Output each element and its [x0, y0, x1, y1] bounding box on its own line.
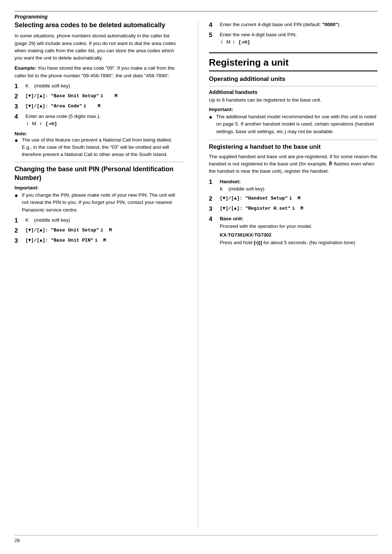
- step-item: 2 [▼]/[▲]: "Base Unit Setup" i M: [15, 93, 183, 100]
- step-content: Enter the new 4-digit base unit PIN. i M…: [220, 31, 378, 46]
- right-top-steps: 4 Enter the current 4-digit base unit PI…: [209, 21, 378, 46]
- bullet-item: ● The additional handset model recommend…: [209, 113, 378, 135]
- step-item: 1 K (middle soft key): [15, 82, 183, 90]
- step-item: 2 [▼]/[▲]: "Handset Setup" i M: [209, 195, 378, 203]
- step-number: 4: [209, 21, 218, 29]
- note-bullet-list: ● The use of this feature can prevent a …: [15, 136, 183, 159]
- bullet-dot: ●: [15, 136, 20, 144]
- step-content: [▼]/[▲]: "Area Code" i M: [25, 103, 183, 110]
- step-item: 5 Enter the new 4-digit base unit PIN. i…: [209, 31, 378, 46]
- step-content: K (middle soft key): [25, 82, 183, 90]
- step-item: 4 Base unit: Proceed with the operation …: [209, 215, 378, 246]
- section2-steps: 1 K (middle soft key) 2 [▼]/[▲]: "Base U…: [15, 217, 183, 245]
- operating-divider: [209, 86, 378, 86]
- additional-handsets-text: Up to 6 handsets can be registered to th…: [209, 97, 378, 104]
- section1-body: In some situations, phone numbers stored…: [15, 32, 183, 62]
- step-number: 4: [15, 113, 23, 121]
- step-content: Base unit: Proceed with the operation fo…: [220, 215, 378, 246]
- step-number: 2: [15, 93, 23, 100]
- section2-title: Changing the base unit PIN (Personal Ide…: [15, 165, 183, 182]
- bullet-text: If you change the PIN, please make note …: [22, 192, 183, 214]
- step-item: 4 Enter an area code (5 digits max.). i …: [15, 113, 183, 128]
- section-changing-pin: Changing the base unit PIN (Personal Ide…: [15, 165, 183, 245]
- model-text: Press and hold [•))] for about 5 seconds…: [220, 240, 355, 245]
- section1-example: Example: You have stored the area code "…: [15, 65, 183, 79]
- step-number: 1: [15, 82, 23, 90]
- step-number: 3: [15, 237, 23, 245]
- bullet-item: ● If you change the PIN, please make not…: [15, 192, 183, 214]
- step-item: 2 [▼]/[▲]: "Base Unit Setup" i M: [15, 227, 183, 235]
- example-label: Example:: [15, 65, 36, 71]
- registering-handset-body: The supplied handset and base unit are p…: [209, 153, 378, 175]
- important-label: Important:: [15, 185, 183, 190]
- left-column: Selecting area codes to be deleted autom…: [15, 21, 183, 528]
- section-selecting-area-codes: Selecting area codes to be deleted autom…: [15, 21, 183, 158]
- additional-handsets-label: Additional handsets: [209, 89, 378, 95]
- note-label: Note:: [15, 131, 183, 136]
- bullet-dot: ●: [15, 192, 20, 200]
- two-column-layout: Selecting area codes to be deleted autom…: [15, 21, 377, 528]
- big-section-divider: [209, 52, 378, 53]
- bullet-text: The use of this feature can prevent a Na…: [22, 136, 183, 159]
- step-number: 3: [209, 205, 218, 213]
- bullet-dot: ●: [209, 113, 215, 121]
- model-title: KX-TG7301/KX-TG7302: [220, 231, 378, 239]
- step-item: 1 Handset: K (middle soft key): [209, 178, 378, 193]
- step-number: 1: [15, 217, 23, 225]
- programming-label: Programming: [15, 14, 377, 20]
- page-number: 26: [15, 535, 377, 543]
- bullet-item: ● The use of this feature can prevent a …: [15, 136, 183, 159]
- step-number: 4: [209, 215, 218, 223]
- registering-unit-title: Registering a unit: [209, 57, 378, 68]
- step-content: Handset: K (middle soft key): [220, 178, 378, 193]
- header-rule: [15, 11, 377, 12]
- right-important-label: Important:: [209, 107, 378, 112]
- step-item: 3 [▼]/[▲]: "Area Code" i M: [15, 103, 183, 111]
- registering-handset-title: Registering a handset to the base unit: [209, 143, 378, 151]
- important-bullet-list: ● If you change the PIN, please make not…: [15, 192, 183, 214]
- registering-divider: [209, 70, 378, 71]
- section1-steps: 1 K (middle soft key) 2 [▼]/[▲]: "Base U…: [15, 82, 183, 128]
- bullet-text: The additional handset model recommended…: [216, 113, 378, 135]
- step-content: [▼]/[▲]: "Handset Setup" i M: [220, 195, 378, 202]
- step-content: [▼]/[▲]: "Register H.set" i M: [220, 205, 378, 212]
- step-item: 3 [▼]/[▲]: "Base Unit PIN" i M: [15, 237, 183, 245]
- step-number: 1: [209, 178, 218, 186]
- step-content: K (middle soft key): [25, 217, 183, 224]
- step-item: 1 K (middle soft key): [15, 217, 183, 225]
- right-column: 4 Enter the current 4-digit base unit PI…: [198, 21, 378, 528]
- step-number: 2: [15, 227, 23, 235]
- step-content: Enter the current 4-digit base unit PIN …: [220, 21, 378, 28]
- step-item: 4 Enter the current 4-digit base unit PI…: [209, 21, 378, 29]
- step-number: 5: [209, 31, 218, 39]
- step-content: [▼]/[▲]: "Base Unit Setup" i M: [25, 227, 183, 234]
- right-important-bullets: ● The additional handset model recommend…: [209, 113, 378, 135]
- step-item: 3 [▼]/[▲]: "Register H.set" i M: [209, 205, 378, 213]
- page: Programming Selecting area codes to be d…: [0, 0, 392, 554]
- step-content: [▼]/[▲]: "Base Unit Setup" i M: [25, 93, 183, 100]
- example-text: You have stored the area code "09". If y…: [15, 65, 175, 78]
- handset-steps: 1 Handset: K (middle soft key) 2 [▼]/[▲]…: [209, 178, 378, 247]
- handset-section-divider: [209, 140, 378, 140]
- base-unit-label: Base unit:: [220, 216, 244, 221]
- step-content: Enter an area code (5 digits max.). i M …: [25, 113, 183, 128]
- handset-label: Handset:: [220, 179, 241, 184]
- step-number: 3: [15, 103, 23, 111]
- operating-additional-units-title: Operating additional units: [209, 75, 378, 83]
- section-divider: [15, 162, 183, 162]
- step-content: [▼]/[▲]: "Base Unit PIN" i M: [25, 237, 183, 244]
- step-number: 2: [209, 195, 218, 203]
- note-block: Note: ● The use of this feature can prev…: [15, 131, 183, 159]
- section1-title: Selecting area codes to be deleted autom…: [15, 21, 183, 29]
